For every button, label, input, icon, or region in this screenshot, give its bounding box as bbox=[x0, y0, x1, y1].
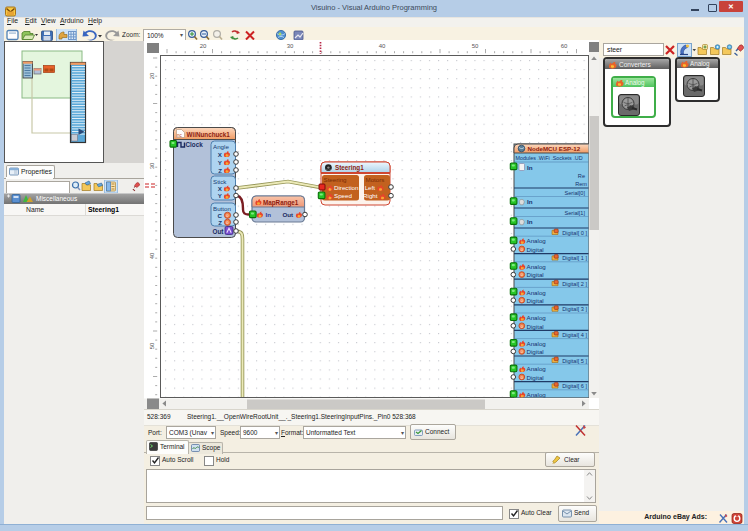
svg-text:20: 20 bbox=[200, 43, 207, 49]
svg-text:Angle: Angle bbox=[213, 143, 229, 150]
svg-text:Digital: Digital bbox=[527, 323, 544, 330]
svg-text:50: 50 bbox=[472, 43, 479, 49]
svg-text:Out: Out bbox=[283, 211, 294, 218]
svg-text:Digital[ 1 ]: Digital[ 1 ] bbox=[562, 255, 587, 261]
svg-text:Button: Button bbox=[213, 205, 231, 212]
svg-text:Steering: Steering bbox=[324, 176, 348, 183]
svg-text:Direction: Direction bbox=[334, 184, 359, 191]
svg-text:50: 50 bbox=[149, 342, 155, 349]
svg-text:30: 30 bbox=[149, 162, 155, 169]
svg-text:Z: Z bbox=[218, 219, 222, 226]
svg-text:Serial[0]: Serial[0] bbox=[564, 190, 585, 196]
svg-text:Digital: Digital bbox=[527, 246, 544, 253]
svg-text:Digital[ 0 ]: Digital[ 0 ] bbox=[562, 230, 587, 236]
svg-text:40: 40 bbox=[379, 43, 386, 49]
svg-text:Analog: Analog bbox=[527, 365, 547, 372]
svg-text:Rem: Rem bbox=[575, 181, 587, 187]
svg-text:Z: Z bbox=[218, 167, 222, 174]
svg-text:Digital[ 4 ]: Digital[ 4 ] bbox=[562, 332, 587, 338]
svg-text:Digital: Digital bbox=[527, 271, 544, 278]
svg-text:Digital: Digital bbox=[527, 374, 544, 381]
svg-text:Analog: Analog bbox=[527, 391, 547, 398]
svg-text:Serial[1]: Serial[1] bbox=[564, 210, 585, 216]
svg-text:In: In bbox=[527, 218, 533, 225]
svg-text:40: 40 bbox=[149, 252, 155, 259]
svg-text:In: In bbox=[527, 164, 533, 171]
svg-text:20: 20 bbox=[149, 72, 155, 79]
svg-text:nc: nc bbox=[177, 133, 183, 138]
svg-text:C: C bbox=[218, 212, 223, 219]
svg-text:WiiNunchuck1: WiiNunchuck1 bbox=[187, 131, 231, 138]
svg-text:Right: Right bbox=[363, 192, 378, 199]
svg-text:Speed: Speed bbox=[334, 192, 352, 199]
svg-text:Digital[ 2 ]: Digital[ 2 ] bbox=[562, 281, 587, 287]
svg-text:30: 30 bbox=[287, 43, 294, 49]
svg-text:In: In bbox=[266, 211, 272, 218]
svg-text:In: In bbox=[527, 198, 533, 205]
svg-text:Analog: Analog bbox=[527, 237, 547, 244]
svg-text:Analog: Analog bbox=[527, 263, 547, 270]
svg-text:Modules .WiFi .Sockets .UD: Modules .WiFi .Sockets .UD bbox=[516, 155, 583, 161]
svg-text:Analog: Analog bbox=[527, 289, 547, 296]
svg-text:Analog: Analog bbox=[527, 340, 547, 347]
svg-text:Digital: Digital bbox=[527, 297, 544, 304]
svg-text:Left: Left bbox=[365, 184, 376, 191]
svg-text:NodeMCU ESP-12: NodeMCU ESP-12 bbox=[528, 145, 581, 152]
svg-text:Digital: Digital bbox=[527, 348, 544, 355]
svg-text:60: 60 bbox=[561, 43, 568, 49]
svg-text:MapRange1: MapRange1 bbox=[263, 199, 299, 207]
svg-text:Steering1: Steering1 bbox=[335, 164, 364, 172]
svg-text:Digital[ 5 ]: Digital[ 5 ] bbox=[562, 358, 587, 364]
svg-text:Digital[ 3 ]: Digital[ 3 ] bbox=[562, 306, 587, 312]
svg-text:Stick: Stick bbox=[213, 178, 227, 185]
svg-text:Digital[ 6 ]: Digital[ 6 ] bbox=[562, 383, 587, 389]
svg-text:Motors: Motors bbox=[366, 176, 385, 183]
svg-text:Out: Out bbox=[213, 228, 225, 235]
svg-text:Re: Re bbox=[578, 173, 585, 179]
svg-text:Clock: Clock bbox=[186, 141, 204, 148]
svg-text:Analog: Analog bbox=[527, 314, 547, 321]
